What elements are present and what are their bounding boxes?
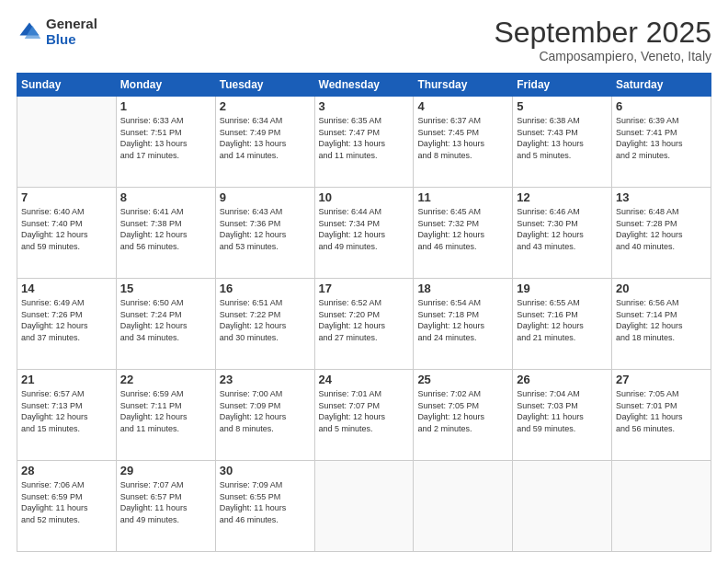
week-row-5: 28Sunrise: 7:06 AM Sunset: 6:59 PM Dayli… bbox=[17, 461, 711, 552]
calendar-cell: 19Sunrise: 6:55 AM Sunset: 7:16 PM Dayli… bbox=[513, 279, 612, 370]
calendar-cell: 30Sunrise: 7:09 AM Sunset: 6:55 PM Dayli… bbox=[215, 461, 314, 552]
day-info: Sunrise: 6:45 AM Sunset: 7:32 PM Dayligh… bbox=[417, 206, 508, 252]
logo-icon bbox=[17, 19, 42, 45]
calendar-cell bbox=[314, 461, 414, 552]
calendar-cell bbox=[513, 461, 612, 552]
calendar-cell: 9Sunrise: 6:43 AM Sunset: 7:36 PM Daylig… bbox=[215, 188, 314, 279]
day-info: Sunrise: 6:51 AM Sunset: 7:22 PM Dayligh… bbox=[220, 297, 311, 343]
calendar-cell: 26Sunrise: 7:04 AM Sunset: 7:03 PM Dayli… bbox=[513, 370, 612, 461]
calendar-cell: 13Sunrise: 6:48 AM Sunset: 7:28 PM Dayli… bbox=[612, 188, 711, 279]
calendar-cell: 7Sunrise: 6:40 AM Sunset: 7:40 PM Daylig… bbox=[17, 188, 117, 279]
title-block: September 2025 Camposampiero, Veneto, It… bbox=[494, 17, 711, 63]
logo-general: General bbox=[46, 17, 97, 32]
day-info: Sunrise: 7:00 AM Sunset: 7:09 PM Dayligh… bbox=[220, 388, 311, 434]
calendar-cell: 29Sunrise: 7:07 AM Sunset: 6:57 PM Dayli… bbox=[116, 461, 215, 552]
header: General Blue September 2025 Camposampier… bbox=[17, 17, 711, 63]
calendar-body: 1Sunrise: 6:33 AM Sunset: 7:51 PM Daylig… bbox=[17, 97, 711, 552]
day-number: 25 bbox=[417, 373, 508, 386]
weekday-header-thursday: Thursday bbox=[414, 74, 513, 97]
month-title: September 2025 bbox=[494, 17, 711, 49]
day-number: 6 bbox=[616, 99, 707, 113]
logo-text: General Blue bbox=[46, 17, 97, 47]
weekday-header-monday: Monday bbox=[116, 74, 215, 97]
day-info: Sunrise: 7:06 AM Sunset: 6:59 PM Dayligh… bbox=[21, 479, 112, 525]
day-number: 8 bbox=[120, 190, 211, 204]
day-number: 2 bbox=[220, 99, 311, 113]
day-info: Sunrise: 7:09 AM Sunset: 6:55 PM Dayligh… bbox=[220, 479, 311, 525]
day-number: 15 bbox=[120, 282, 211, 295]
day-number: 9 bbox=[220, 190, 311, 204]
day-number: 7 bbox=[21, 190, 112, 204]
day-number: 4 bbox=[417, 99, 508, 113]
calendar-cell: 5Sunrise: 6:38 AM Sunset: 7:43 PM Daylig… bbox=[513, 97, 612, 188]
calendar-cell: 2Sunrise: 6:34 AM Sunset: 7:49 PM Daylig… bbox=[215, 97, 314, 188]
day-number: 26 bbox=[517, 373, 608, 386]
day-info: Sunrise: 6:55 AM Sunset: 7:16 PM Dayligh… bbox=[517, 297, 608, 343]
day-number: 27 bbox=[616, 373, 707, 386]
calendar-cell: 25Sunrise: 7:02 AM Sunset: 7:05 PM Dayli… bbox=[414, 370, 513, 461]
day-number: 28 bbox=[21, 464, 112, 477]
day-info: Sunrise: 6:46 AM Sunset: 7:30 PM Dayligh… bbox=[517, 206, 608, 252]
calendar-cell bbox=[612, 461, 711, 552]
calendar-cell: 11Sunrise: 6:45 AM Sunset: 7:32 PM Dayli… bbox=[414, 188, 513, 279]
calendar-cell: 24Sunrise: 7:01 AM Sunset: 7:07 PM Dayli… bbox=[314, 370, 414, 461]
day-info: Sunrise: 7:02 AM Sunset: 7:05 PM Dayligh… bbox=[417, 388, 508, 434]
calendar-cell: 14Sunrise: 6:49 AM Sunset: 7:26 PM Dayli… bbox=[17, 279, 117, 370]
calendar-cell: 10Sunrise: 6:44 AM Sunset: 7:34 PM Dayli… bbox=[314, 188, 414, 279]
day-number: 30 bbox=[220, 464, 311, 477]
day-info: Sunrise: 6:39 AM Sunset: 7:41 PM Dayligh… bbox=[616, 115, 707, 161]
day-info: Sunrise: 7:07 AM Sunset: 6:57 PM Dayligh… bbox=[120, 479, 211, 525]
day-number: 16 bbox=[220, 282, 311, 295]
weekday-header-tuesday: Tuesday bbox=[215, 74, 314, 97]
calendar-cell: 6Sunrise: 6:39 AM Sunset: 7:41 PM Daylig… bbox=[612, 97, 711, 188]
day-info: Sunrise: 6:43 AM Sunset: 7:36 PM Dayligh… bbox=[220, 206, 311, 252]
day-info: Sunrise: 6:38 AM Sunset: 7:43 PM Dayligh… bbox=[517, 115, 608, 161]
weekday-header-sunday: Sunday bbox=[17, 74, 117, 97]
day-info: Sunrise: 6:44 AM Sunset: 7:34 PM Dayligh… bbox=[319, 206, 410, 252]
day-info: Sunrise: 6:50 AM Sunset: 7:24 PM Dayligh… bbox=[120, 297, 211, 343]
location-subtitle: Camposampiero, Veneto, Italy bbox=[494, 49, 711, 63]
day-info: Sunrise: 6:57 AM Sunset: 7:13 PM Dayligh… bbox=[21, 388, 112, 434]
calendar-cell: 23Sunrise: 7:00 AM Sunset: 7:09 PM Dayli… bbox=[215, 370, 314, 461]
day-info: Sunrise: 6:59 AM Sunset: 7:11 PM Dayligh… bbox=[120, 388, 211, 434]
day-number: 20 bbox=[616, 282, 707, 295]
day-info: Sunrise: 6:56 AM Sunset: 7:14 PM Dayligh… bbox=[616, 297, 707, 343]
calendar-cell: 12Sunrise: 6:46 AM Sunset: 7:30 PM Dayli… bbox=[513, 188, 612, 279]
day-number: 24 bbox=[319, 373, 410, 386]
calendar-cell: 3Sunrise: 6:35 AM Sunset: 7:47 PM Daylig… bbox=[314, 97, 414, 188]
day-info: Sunrise: 6:37 AM Sunset: 7:45 PM Dayligh… bbox=[417, 115, 508, 161]
calendar-cell bbox=[414, 461, 513, 552]
day-info: Sunrise: 6:35 AM Sunset: 7:47 PM Dayligh… bbox=[319, 115, 410, 161]
calendar-cell: 8Sunrise: 6:41 AM Sunset: 7:38 PM Daylig… bbox=[116, 188, 215, 279]
weekday-header-wednesday: Wednesday bbox=[314, 74, 414, 97]
day-number: 5 bbox=[517, 99, 608, 113]
day-number: 29 bbox=[120, 464, 211, 477]
calendar-cell: 18Sunrise: 6:54 AM Sunset: 7:18 PM Dayli… bbox=[414, 279, 513, 370]
day-number: 22 bbox=[120, 373, 211, 386]
day-number: 19 bbox=[517, 282, 608, 295]
day-number: 21 bbox=[21, 373, 112, 386]
day-number: 18 bbox=[417, 282, 508, 295]
calendar-cell bbox=[17, 97, 117, 188]
day-info: Sunrise: 6:52 AM Sunset: 7:20 PM Dayligh… bbox=[319, 297, 410, 343]
calendar-cell: 28Sunrise: 7:06 AM Sunset: 6:59 PM Dayli… bbox=[17, 461, 117, 552]
calendar-cell: 20Sunrise: 6:56 AM Sunset: 7:14 PM Dayli… bbox=[612, 279, 711, 370]
logo: General Blue bbox=[17, 17, 97, 47]
day-info: Sunrise: 6:34 AM Sunset: 7:49 PM Dayligh… bbox=[220, 115, 311, 161]
calendar-cell: 16Sunrise: 6:51 AM Sunset: 7:22 PM Dayli… bbox=[215, 279, 314, 370]
day-info: Sunrise: 7:04 AM Sunset: 7:03 PM Dayligh… bbox=[517, 388, 608, 434]
logo-blue: Blue bbox=[46, 32, 97, 48]
calendar-cell: 21Sunrise: 6:57 AM Sunset: 7:13 PM Dayli… bbox=[17, 370, 117, 461]
day-number: 3 bbox=[319, 99, 410, 113]
day-info: Sunrise: 7:01 AM Sunset: 7:07 PM Dayligh… bbox=[319, 388, 410, 434]
day-info: Sunrise: 6:40 AM Sunset: 7:40 PM Dayligh… bbox=[21, 206, 112, 252]
calendar-cell: 4Sunrise: 6:37 AM Sunset: 7:45 PM Daylig… bbox=[414, 97, 513, 188]
calendar-cell: 15Sunrise: 6:50 AM Sunset: 7:24 PM Dayli… bbox=[116, 279, 215, 370]
day-number: 14 bbox=[21, 282, 112, 295]
weekday-header-friday: Friday bbox=[513, 74, 612, 97]
calendar-table: SundayMondayTuesdayWednesdayThursdayFrid… bbox=[17, 73, 711, 552]
day-number: 1 bbox=[120, 99, 211, 113]
day-info: Sunrise: 7:05 AM Sunset: 7:01 PM Dayligh… bbox=[616, 388, 707, 434]
week-row-1: 1Sunrise: 6:33 AM Sunset: 7:51 PM Daylig… bbox=[17, 97, 711, 188]
week-row-3: 14Sunrise: 6:49 AM Sunset: 7:26 PM Dayli… bbox=[17, 279, 711, 370]
